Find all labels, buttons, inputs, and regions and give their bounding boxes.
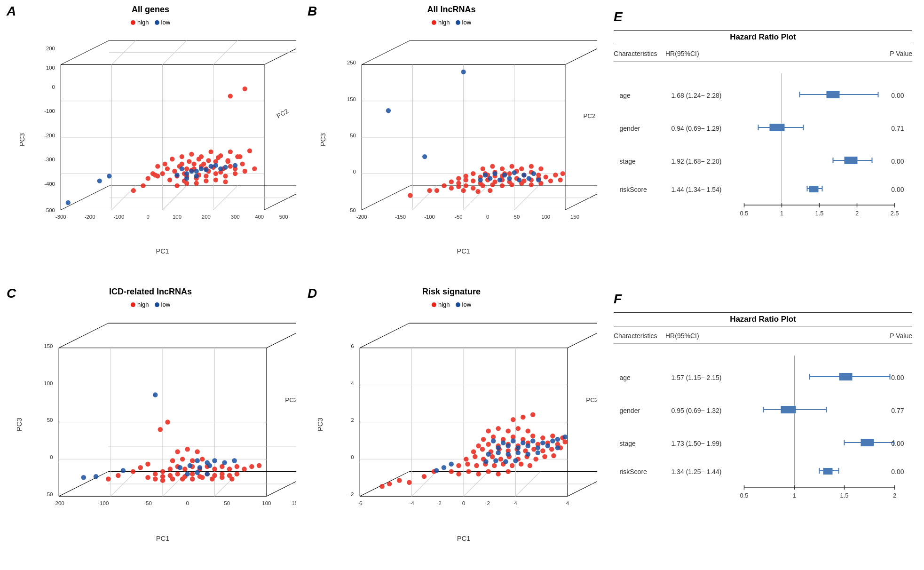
panel-b-label: B [308,4,317,19]
svg-point-232 [521,173,526,177]
svg-point-242 [386,108,391,113]
svg-point-370 [165,420,170,425]
svg-point-200 [471,186,475,190]
panel-d-label: D [308,286,317,301]
svg-text:200: 200 [46,46,55,51]
svg-point-511 [536,445,541,451]
panel-e-pval-header: P Value [890,50,912,57]
svg-point-512 [545,443,551,449]
svg-point-480 [456,472,461,477]
svg-point-350 [145,475,150,480]
svg-text:50: 50 [47,417,53,423]
svg-text:-100: -100 [424,214,435,220]
svg-point-212 [500,166,505,171]
svg-text:-150: -150 [395,214,406,220]
svg-point-214 [519,166,524,171]
svg-point-336 [249,464,254,469]
svg-point-238 [517,177,521,182]
svg-point-324 [160,469,166,474]
svg-point-103 [235,154,240,159]
svg-text:150: 150 [570,214,579,220]
svg-text:50: 50 [224,500,230,506]
svg-point-66 [146,176,150,181]
svg-text:PC3: PC3 [319,133,327,146]
svg-point-519 [536,450,541,455]
svg-point-478 [528,463,533,468]
svg-point-100 [206,158,211,163]
svg-point-487 [496,426,501,431]
svg-point-117 [194,169,199,174]
svg-point-113 [199,166,204,171]
svg-line-396 [360,472,409,497]
svg-point-508 [505,443,511,449]
svg-text:PC1: PC1 [457,535,471,542]
svg-text:2: 2 [487,500,490,506]
panel-c-svg: PC1 PC3 PC2 -200 -100 -50 0 50 100 150 -… [9,308,296,556]
svg-point-115 [218,166,223,171]
svg-point-469 [551,453,556,459]
svg-line-288 [59,323,108,348]
svg-point-485 [505,469,511,474]
svg-point-104 [155,164,160,169]
svg-text:PC3: PC3 [316,418,324,431]
svg-text:1.57 (1.15− 2.15): 1.57 (1.15− 2.15) [671,374,722,381]
svg-point-233 [531,171,536,176]
svg-point-521 [493,458,498,463]
svg-text:-4: -4 [409,500,414,506]
svg-text:PC1: PC1 [156,535,170,542]
svg-text:-100: -100 [44,108,55,114]
svg-point-518 [526,452,531,457]
svg-point-229 [492,171,497,176]
svg-point-355 [190,476,195,482]
svg-text:1.73 (1.50− 1.99): 1.73 (1.50− 1.99) [671,440,722,447]
svg-point-472 [474,463,479,468]
svg-point-496 [511,417,516,422]
panel-f: F Hazard Ratio Plot Characteristics HR(9… [602,282,924,570]
svg-text:4: 4 [566,500,569,506]
svg-point-493 [407,480,412,485]
svg-point-484 [496,472,501,477]
svg-text:-50: -50 [455,214,462,220]
svg-text:-500: -500 [44,207,55,213]
svg-point-389 [232,458,237,463]
svg-text:100: 100 [541,214,550,220]
svg-point-447 [562,439,568,444]
svg-point-184 [464,177,468,182]
svg-point-499 [379,484,385,489]
svg-text:300: 300 [231,214,240,220]
svg-point-386 [205,460,210,465]
svg-point-211 [490,164,495,169]
svg-point-75 [180,154,184,159]
panel-c: C ICD-related lncRNAs high low [0,282,301,570]
svg-text:-200: -200 [44,133,55,138]
svg-text:0: 0 [486,214,489,220]
svg-point-343 [190,472,195,477]
svg-point-439 [486,442,491,447]
svg-point-482 [476,472,481,477]
svg-point-172 [471,171,475,176]
svg-text:100: 100 [173,214,182,220]
svg-line-289 [267,323,296,348]
svg-point-68 [167,177,172,182]
svg-text:0: 0 [351,454,354,460]
svg-rect-257 [770,124,785,131]
svg-point-118 [204,167,208,172]
panel-e-label: E [614,9,912,24]
panel-c-legend: high low [131,301,170,308]
svg-point-86 [213,171,218,176]
svg-text:gender: gender [620,407,640,414]
svg-point-74 [170,157,174,161]
svg-point-504 [530,438,536,443]
svg-point-87 [223,174,228,178]
svg-point-216 [538,166,543,171]
svg-line-132 [362,40,410,64]
svg-point-170 [456,176,461,181]
svg-line-6 [61,186,109,210]
svg-text:0.77: 0.77 [891,407,904,414]
svg-point-120 [223,165,228,170]
svg-text:PC1: PC1 [156,247,169,255]
svg-point-381 [153,392,158,397]
svg-text:1.92 (1.68− 2.20): 1.92 (1.68− 2.20) [671,158,722,165]
svg-point-91 [174,183,179,188]
svg-point-349 [235,472,240,477]
